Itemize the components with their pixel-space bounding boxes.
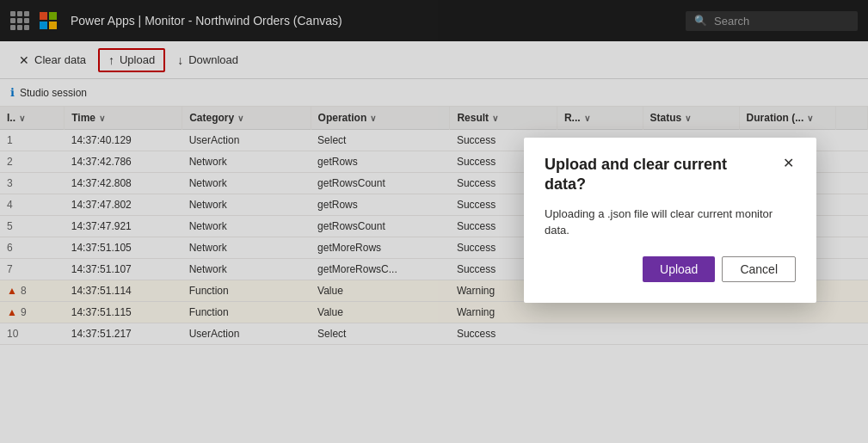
dialog-overlay: Upload and clear current data? ✕ Uploadi… [0, 0, 868, 443]
dialog-footer: Upload Cancel [545, 256, 796, 282]
dialog-cancel-button[interactable]: Cancel [722, 256, 796, 282]
upload-dialog: Upload and clear current data? ✕ Uploadi… [524, 138, 816, 303]
dialog-close-button[interactable]: ✕ [781, 155, 796, 172]
dialog-upload-button[interactable]: Upload [643, 256, 715, 282]
dialog-title: Upload and clear current data? [545, 155, 781, 195]
dialog-header: Upload and clear current data? ✕ [545, 155, 796, 195]
dialog-body: Uploading a .json file will clear curren… [545, 206, 796, 239]
